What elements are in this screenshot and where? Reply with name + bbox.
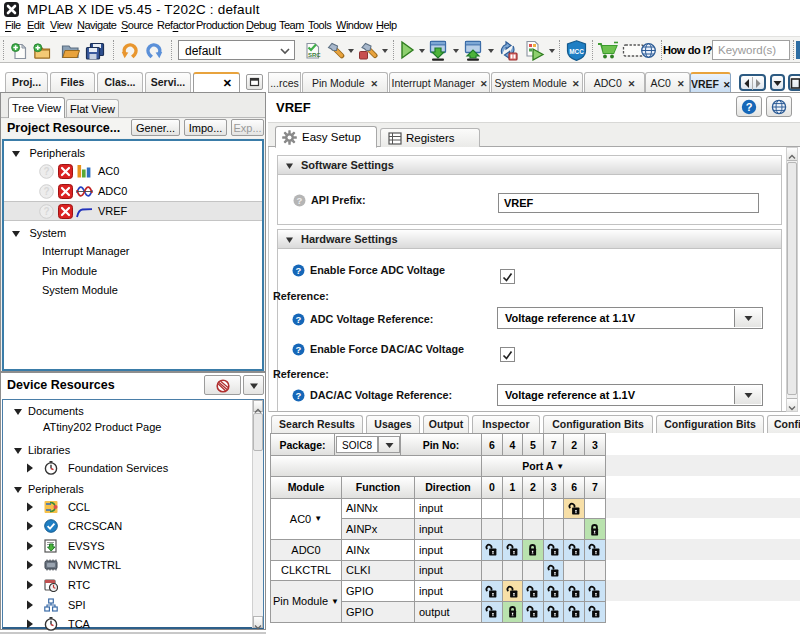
svg-text:?: ? (746, 101, 753, 113)
svg-text:?: ? (296, 314, 302, 325)
svg-text:SRC: SRC (308, 52, 321, 58)
svg-text:?: ? (296, 344, 302, 355)
svg-text:MCC: MCC (569, 48, 584, 55)
svg-text:?: ? (43, 186, 49, 197)
svg-text:?: ? (296, 390, 302, 401)
svg-text:?: ? (296, 265, 302, 276)
svg-text:?: ? (43, 206, 49, 217)
svg-text:?: ? (297, 195, 303, 206)
svg-text:?: ? (43, 166, 49, 177)
